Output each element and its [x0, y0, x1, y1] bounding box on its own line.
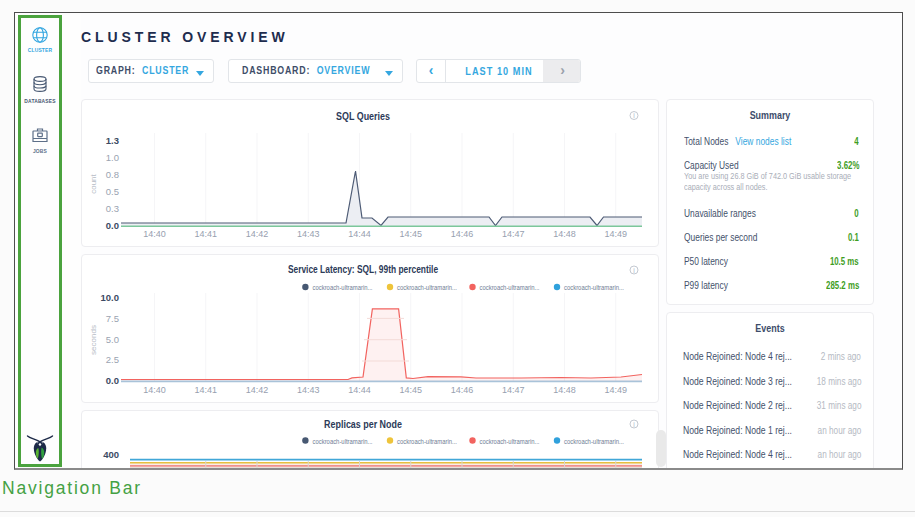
svg-text:cockroach-ultramarin...: cockroach-ultramarin...	[397, 283, 457, 292]
svg-text:14:46: 14:46	[451, 385, 474, 395]
svg-text:0.5: 0.5	[106, 186, 119, 197]
svg-text:14:43: 14:43	[297, 385, 320, 395]
svg-text:i: i	[633, 267, 634, 274]
svg-text:14:48: 14:48	[553, 385, 576, 395]
svg-text:cockroach-ultramarin...: cockroach-ultramarin...	[313, 437, 373, 446]
svg-text:14:40: 14:40	[143, 385, 166, 395]
svg-text:14:44: 14:44	[348, 229, 371, 239]
svg-text:1.3: 1.3	[106, 135, 119, 146]
svg-text:7.5: 7.5	[106, 313, 119, 324]
svg-text:10.0: 10.0	[101, 292, 120, 303]
svg-text:0.3: 0.3	[106, 203, 119, 214]
svg-text:14:49: 14:49	[604, 229, 627, 239]
svg-text:14:45: 14:45	[399, 229, 422, 239]
svg-text:14:47: 14:47	[502, 385, 525, 395]
svg-text:14:47: 14:47	[502, 229, 525, 239]
svg-text:1.0: 1.0	[106, 152, 119, 163]
svg-text:14:45: 14:45	[399, 385, 422, 395]
svg-text:seconds: seconds	[89, 325, 98, 355]
svg-text:14:49: 14:49	[604, 385, 627, 395]
svg-text:400: 400	[103, 449, 119, 460]
svg-text:cockroach-ultramarin...: cockroach-ultramarin...	[480, 283, 540, 292]
svg-text:14:40: 14:40	[143, 229, 166, 239]
svg-text:5.0: 5.0	[106, 334, 119, 345]
svg-text:14:41: 14:41	[194, 385, 217, 395]
svg-text:14:43: 14:43	[297, 229, 320, 239]
svg-text:cockroach-ultramarin...: cockroach-ultramarin...	[564, 283, 624, 292]
svg-text:2.5: 2.5	[106, 354, 119, 365]
svg-text:14:41: 14:41	[194, 229, 217, 239]
svg-text:i: i	[633, 421, 634, 428]
svg-text:14:42: 14:42	[246, 385, 269, 395]
svg-text:count: count	[89, 173, 98, 193]
svg-text:Service Latency: SQL, 99th per: Service Latency: SQL, 99th percentile	[288, 263, 438, 275]
svg-text:cockroach-ultramarin...: cockroach-ultramarin...	[313, 283, 373, 292]
svg-text:14:42: 14:42	[246, 229, 269, 239]
svg-text:i: i	[633, 112, 634, 119]
svg-text:14:46: 14:46	[451, 229, 474, 239]
svg-text:cockroach-ultramarin...: cockroach-ultramarin...	[564, 437, 624, 446]
svg-text:SQL Queries: SQL Queries	[336, 110, 390, 122]
svg-text:0.0: 0.0	[106, 220, 119, 231]
svg-text:0.8: 0.8	[106, 169, 119, 180]
svg-text:Replicas per Node: Replicas per Node	[324, 418, 402, 430]
svg-text:0.0: 0.0	[106, 375, 119, 386]
svg-text:14:44: 14:44	[348, 385, 371, 395]
svg-text:14:48: 14:48	[553, 229, 576, 239]
svg-text:cockroach-ultramarin...: cockroach-ultramarin...	[397, 437, 457, 446]
svg-text:cockroach-ultramarin...: cockroach-ultramarin...	[480, 437, 540, 446]
